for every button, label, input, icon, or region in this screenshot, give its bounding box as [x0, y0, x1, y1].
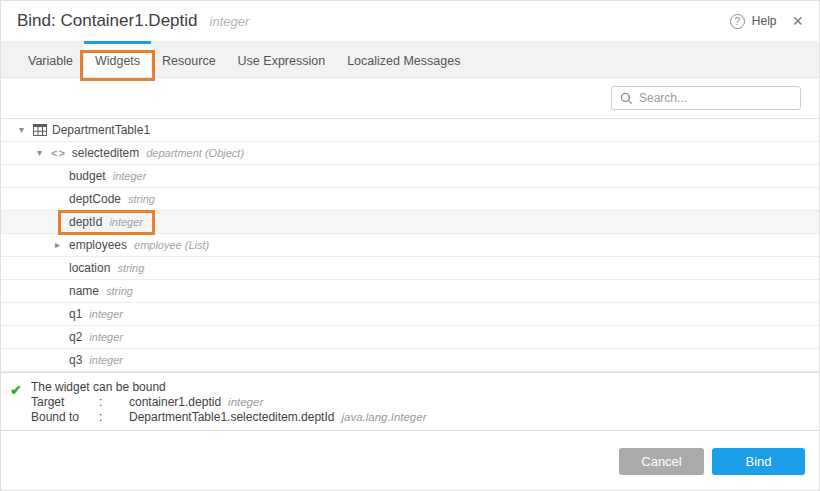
tab-label: Use Expression — [238, 54, 326, 68]
tree-row-budget[interactable]: budgetinteger — [1, 165, 819, 188]
status-value-type: java.lang.Integer — [341, 410, 426, 425]
dialog-title: Bind: Container1.Deptid — [17, 11, 198, 31]
node-name: q1 — [69, 307, 82, 321]
status-colon: : — [99, 395, 129, 410]
search-toolbar — [1, 78, 819, 119]
caret-right-icon[interactable]: ▸ — [55, 240, 69, 250]
tree-row-deptId[interactable]: deptIdinteger — [1, 211, 819, 234]
tab-label: Localized Messages — [347, 54, 460, 68]
tab-widgets[interactable]: Widgets — [84, 41, 151, 77]
check-icon: ✔ — [10, 382, 22, 398]
search-icon — [620, 92, 633, 105]
status-message: The widget can be bound — [31, 380, 819, 395]
node-type: integer — [113, 170, 147, 182]
tab-variable[interactable]: Variable — [17, 41, 84, 77]
tree-row-selecteditem[interactable]: ▾<>selecteditemdepartment (Object) — [1, 142, 819, 165]
cancel-button[interactable]: Cancel — [619, 448, 704, 475]
status-row: Target:container1.deptidinteger — [31, 395, 819, 410]
tree-row-DepartmentTable1[interactable]: ▾DepartmentTable1 — [1, 119, 819, 142]
dialog-title-type: integer — [210, 14, 250, 29]
dialog-header: Bind: Container1.Deptid integer ? Help × — [1, 1, 819, 41]
tab-label: Resource — [162, 54, 216, 68]
tree-row-q3[interactable]: q3integer — [1, 349, 819, 372]
node-name: q2 — [69, 330, 82, 344]
node-type: integer — [89, 308, 123, 320]
header-actions: ? Help × — [730, 14, 803, 29]
node-name: deptCode — [69, 192, 121, 206]
tab-use-expression[interactable]: Use Expression — [227, 41, 337, 77]
node-name: DepartmentTable1 — [52, 123, 150, 137]
tab-bar: VariableWidgetsResourceUse ExpressionLoc… — [1, 41, 819, 78]
node-name: name — [69, 284, 99, 298]
status-value: DepartmentTable1.selecteditem.deptId — [129, 410, 334, 425]
node-type: string — [117, 262, 144, 274]
binding-status: ✔ The widget can be bound Target:contain… — [1, 372, 819, 430]
node-type: employee (List) — [134, 239, 209, 251]
status-value: container1.deptid — [129, 395, 221, 410]
tree-row-name[interactable]: namestring — [1, 280, 819, 303]
tab-localized-messages[interactable]: Localized Messages — [336, 41, 471, 77]
binding-tree: ▾DepartmentTable1▾<>selecteditemdepartme… — [1, 119, 819, 372]
caret-down-icon[interactable]: ▾ — [37, 148, 51, 158]
node-type: string — [128, 193, 155, 205]
tree-row-q1[interactable]: q1integer — [1, 303, 819, 326]
status-label: Bound to — [31, 410, 99, 425]
node-type: integer — [89, 331, 123, 343]
tab-resource[interactable]: Resource — [151, 41, 227, 77]
node-name: budget — [69, 169, 106, 183]
status-rows: Target:container1.deptidintegerBound to:… — [31, 395, 819, 425]
node-name: location — [69, 261, 110, 275]
status-row: Bound to:DepartmentTable1.selecteditem.d… — [31, 410, 819, 425]
caret-down-icon[interactable]: ▾ — [19, 125, 33, 135]
bind-dialog: Bind: Container1.Deptid integer ? Help ×… — [0, 0, 820, 491]
node-type: department (Object) — [146, 147, 244, 159]
search-box[interactable] — [611, 86, 801, 110]
help-link[interactable]: Help — [752, 14, 777, 28]
dialog-footer: Cancel Bind — [1, 430, 819, 491]
node-name: employees — [69, 238, 127, 252]
tab-label: Variable — [28, 54, 73, 68]
close-icon[interactable]: × — [792, 14, 803, 28]
node-type: string — [106, 285, 133, 297]
help-icon[interactable]: ? — [730, 14, 745, 29]
status-colon: : — [99, 410, 129, 425]
tree-row-q2[interactable]: q2integer — [1, 326, 819, 349]
status-value-type: integer — [228, 395, 263, 410]
tree-row-employees[interactable]: ▸employeesemployee (List) — [1, 234, 819, 257]
search-input[interactable] — [639, 91, 792, 105]
tree-row-deptCode[interactable]: deptCodestring — [1, 188, 819, 211]
node-type: integer — [89, 354, 123, 366]
status-label: Target — [31, 395, 99, 410]
tree-row-location[interactable]: locationstring — [1, 257, 819, 280]
table-icon — [33, 124, 47, 136]
bind-button[interactable]: Bind — [712, 448, 805, 475]
node-type: integer — [109, 216, 143, 228]
node-name: q3 — [69, 353, 82, 367]
code-icon: <> — [51, 147, 66, 159]
node-name: deptId — [69, 215, 102, 229]
node-name: selecteditem — [72, 146, 139, 160]
tab-label: Widgets — [95, 54, 140, 68]
